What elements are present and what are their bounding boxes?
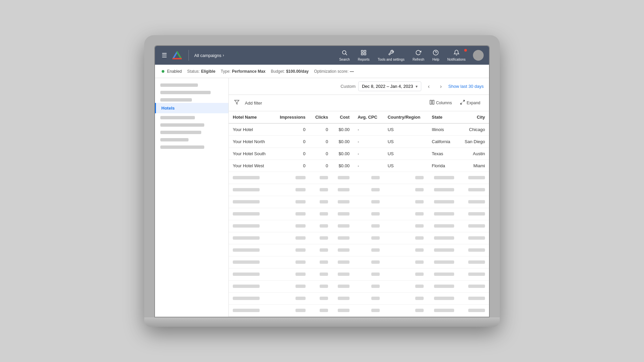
skel-cell-7 xyxy=(458,208,489,220)
sidebar-hotels-label: Hotels xyxy=(161,106,175,111)
budget-value: $100.00/day xyxy=(286,69,309,74)
col-hotel-name[interactable]: Hotel Name xyxy=(229,111,273,123)
skel-cell-4 xyxy=(354,293,384,305)
col-city[interactable]: City xyxy=(458,111,489,123)
sidebar-item-hotels[interactable]: Hotels xyxy=(155,103,228,113)
table-cell-2: 0 xyxy=(310,148,332,160)
col-state[interactable]: State xyxy=(428,111,458,123)
table-cell-4: - xyxy=(354,160,384,172)
skel-cell-5 xyxy=(384,184,428,196)
table-cell-5: US xyxy=(384,148,428,160)
status-dot xyxy=(162,70,164,73)
tools-button[interactable]: Tools and settings xyxy=(374,48,408,63)
help-icon xyxy=(433,50,439,57)
table-cell-3: $0.00 xyxy=(332,136,354,148)
skel-cell-1 xyxy=(273,220,310,232)
next-date-button[interactable]: › xyxy=(436,82,445,91)
nav-actions: Search Reports Tools and settings xyxy=(336,48,484,63)
table-cell-5: US xyxy=(384,123,428,136)
table-row[interactable]: Your Hotel South00$0.00-USTexasAustin xyxy=(229,148,489,160)
skel-cell-4 xyxy=(354,281,384,293)
skel-cell-5 xyxy=(384,208,428,220)
optimization-label: Optimization score: xyxy=(314,69,348,74)
reports-button[interactable]: Reports xyxy=(355,48,373,63)
skel-cell-6 xyxy=(428,305,458,317)
table-row[interactable]: Your Hotel00$0.00-USIllinoisChicago xyxy=(229,123,489,136)
svg-rect-4 xyxy=(362,50,363,52)
col-country[interactable]: Country/Region xyxy=(384,111,428,123)
skel-cell-4 xyxy=(354,256,384,268)
skel-cell-7 xyxy=(458,184,489,196)
table-skeleton-row xyxy=(229,220,489,232)
svg-rect-12 xyxy=(432,100,434,104)
skel-cell-0 xyxy=(229,268,273,281)
skel-cell-0 xyxy=(229,305,273,317)
table-cell-0: Your Hotel North xyxy=(229,136,273,148)
skel-cell-2 xyxy=(310,268,332,281)
skel-cell-7 xyxy=(458,196,489,208)
table-skeleton-row xyxy=(229,208,489,220)
col-impressions[interactable]: Impressions xyxy=(273,111,310,123)
skel-cell-2 xyxy=(310,220,332,232)
svg-marker-10 xyxy=(234,100,239,104)
skel-cell-7 xyxy=(458,305,489,317)
skel-cell-2 xyxy=(310,184,332,196)
columns-button[interactable]: Columns xyxy=(426,98,455,108)
expand-button[interactable]: Expand xyxy=(457,98,484,108)
date-range-picker[interactable]: Dec 8, 2022 – Jan 4, 2023 ▾ xyxy=(358,81,422,91)
notifications-button[interactable]: Notifications xyxy=(444,48,469,63)
prev-date-button[interactable]: ‹ xyxy=(424,82,433,91)
skel-cell-1 xyxy=(273,184,310,196)
sidebar-skel-6 xyxy=(160,131,201,134)
breadcrumb[interactable]: All campaigns › xyxy=(194,53,224,58)
status-label: Status: xyxy=(187,69,200,74)
nav-divider xyxy=(189,50,189,61)
col-avg-cpc[interactable]: Avg. CPC xyxy=(354,111,384,123)
col-cost[interactable]: Cost xyxy=(332,111,354,123)
show-last-30-button[interactable]: Show last 30 days xyxy=(448,84,484,89)
skel-cell-4 xyxy=(354,268,384,281)
google-ads-logo xyxy=(172,51,182,60)
chevron-down-icon: ▾ xyxy=(416,84,418,89)
user-avatar[interactable] xyxy=(473,50,484,61)
filter-icon[interactable] xyxy=(234,100,239,106)
table-row[interactable]: Your Hotel North00$0.00-USCaliforniaSan … xyxy=(229,136,489,148)
skel-cell-1 xyxy=(273,244,310,256)
skel-cell-2 xyxy=(310,232,332,244)
skel-cell-4 xyxy=(354,208,384,220)
status-value: Eligible xyxy=(201,69,215,74)
table-row[interactable]: Your Hotel West00$0.00-USFloridaMiami xyxy=(229,160,489,172)
skel-cell-5 xyxy=(384,196,428,208)
tools-icon xyxy=(388,50,394,57)
skel-cell-3 xyxy=(332,232,354,244)
status-enabled: Enabled xyxy=(162,69,182,74)
skel-cell-4 xyxy=(354,305,384,317)
add-filter-button[interactable]: Add filter xyxy=(242,99,265,107)
svg-line-14 xyxy=(461,103,462,104)
skel-cell-6 xyxy=(428,184,458,196)
skel-cell-5 xyxy=(384,244,428,256)
table-skeleton-row xyxy=(229,305,489,317)
skel-cell-6 xyxy=(428,196,458,208)
skel-cell-1 xyxy=(273,232,310,244)
search-button[interactable]: Search xyxy=(336,48,353,63)
table-cell-7: San Diego xyxy=(458,136,489,148)
refresh-button[interactable]: Refresh xyxy=(409,48,428,63)
skel-cell-1 xyxy=(273,281,310,293)
skel-cell-3 xyxy=(332,184,354,196)
table-toolbar: Add filter Columns xyxy=(229,95,489,111)
skel-cell-4 xyxy=(354,196,384,208)
laptop-base xyxy=(144,317,500,327)
table-cell-2: 0 xyxy=(310,123,332,136)
svg-rect-11 xyxy=(430,100,432,104)
skel-cell-0 xyxy=(229,184,273,196)
hamburger-menu[interactable]: ☰ xyxy=(160,50,168,60)
col-clicks[interactable]: Clicks xyxy=(310,111,332,123)
help-button[interactable]: Help xyxy=(429,48,443,63)
table-skeleton-row xyxy=(229,268,489,281)
skel-cell-4 xyxy=(354,172,384,184)
breadcrumb-text: All campaigns xyxy=(194,53,221,58)
help-label: Help xyxy=(432,58,439,61)
skel-cell-0 xyxy=(229,196,273,208)
table-skeleton-row xyxy=(229,196,489,208)
